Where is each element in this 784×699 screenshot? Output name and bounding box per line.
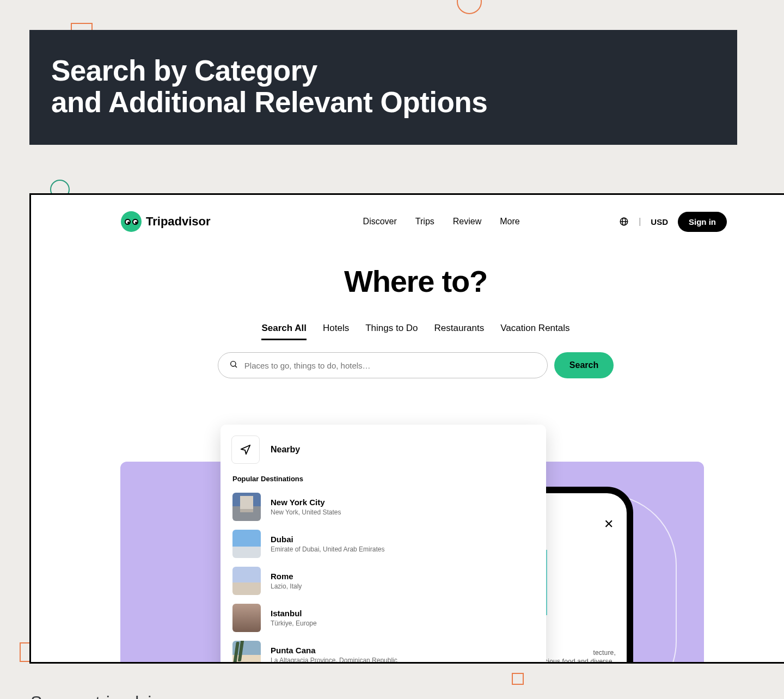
svg-point-2 [230,361,235,366]
tab-search-all[interactable]: Search All [261,323,307,340]
globe-icon[interactable] [619,217,629,226]
suggestion-destination[interactable]: Rome Lazio, Italy [231,562,535,599]
search-button[interactable]: Search [554,352,614,378]
search-suggestions-dropdown: Nearby Popular Destinations New York Cit… [220,425,546,664]
search-row: Search [31,352,784,378]
nav-more[interactable]: More [500,217,519,226]
nav-trips[interactable]: Trips [415,217,434,226]
destination-subtitle: Türkiye, Europe [271,620,317,627]
destination-name: New York City [271,498,341,507]
tab-things-to-do[interactable]: Things to Do [365,323,418,340]
destination-name: Istanbul [271,609,317,618]
destination-name: Punta Cana [271,646,397,655]
destination-thumb-icon [232,567,261,595]
destination-thumb-icon [232,493,261,521]
page-headline: Where to? [31,263,784,299]
primary-nav: Discover Trips Review More [363,217,520,226]
destination-subtitle: La Altagracia Province, Dominican Republ… [271,657,397,664]
tab-hotels[interactable]: Hotels [323,323,349,340]
nav-discover[interactable]: Discover [363,217,397,226]
brand-name: Tripadvisor [146,214,211,229]
destination-subtitle: New York, United States [271,508,341,516]
top-bar: Tripadvisor Discover Trips Review More |… [31,195,784,232]
destination-name: Dubai [271,535,384,544]
suggestion-destination[interactable]: Dubai Emirate of Dubai, United Arab Emir… [231,525,535,562]
slide-title-line1: Search by Category [51,54,317,87]
tab-restaurants[interactable]: Restaurants [434,323,485,340]
destination-thumb-icon [232,641,261,664]
screenshot-frame: Tripadvisor Discover Trips Review More |… [29,193,784,664]
search-icon [229,360,238,371]
destination-subtitle: Lazio, Italy [271,582,302,590]
currency-selector[interactable]: USD [651,217,668,226]
destination-thumb-icon [232,604,261,632]
destination-name: Rome [271,572,302,581]
slide-title-line2: and Additional Relevant Options [51,86,487,118]
suggestion-nearby[interactable]: Nearby [231,436,535,464]
destination-subtitle: Emirate of Dubai, United Arab Emirates [271,545,384,553]
decorative-square [512,673,524,685]
suggestion-destination[interactable]: Istanbul Türkiye, Europe [231,599,535,636]
sign-in-button[interactable]: Sign in [678,212,727,232]
source-caption: Source: tripadvisor.com [30,692,212,699]
search-category-tabs: Search All Hotels Things to Do Restauran… [31,323,784,340]
suggestions-section-title: Popular Destinations [232,475,535,483]
divider: | [639,217,641,226]
search-box[interactable] [218,352,548,378]
top-right-controls: | USD Sign in [619,212,727,232]
tripadvisor-logo-icon [121,211,142,232]
suggestion-destination[interactable]: New York City New York, United States [231,488,535,525]
nav-review[interactable]: Review [453,217,481,226]
brand[interactable]: Tripadvisor [121,211,211,232]
slide-title-card: Search by Category and Additional Releva… [29,30,737,145]
tab-vacation-rentals[interactable]: Vacation Rentals [500,323,569,340]
close-icon[interactable]: ✕ [604,517,614,531]
destination-thumb-icon [232,530,261,558]
slide-title: Search by Category and Additional Releva… [51,55,715,119]
suggestion-destination[interactable]: Punta Cana La Altagracia Province, Domin… [231,636,535,664]
decorative-circle [457,0,482,14]
nearby-icon [231,436,260,464]
search-input[interactable] [244,361,536,370]
nearby-label: Nearby [271,445,300,455]
